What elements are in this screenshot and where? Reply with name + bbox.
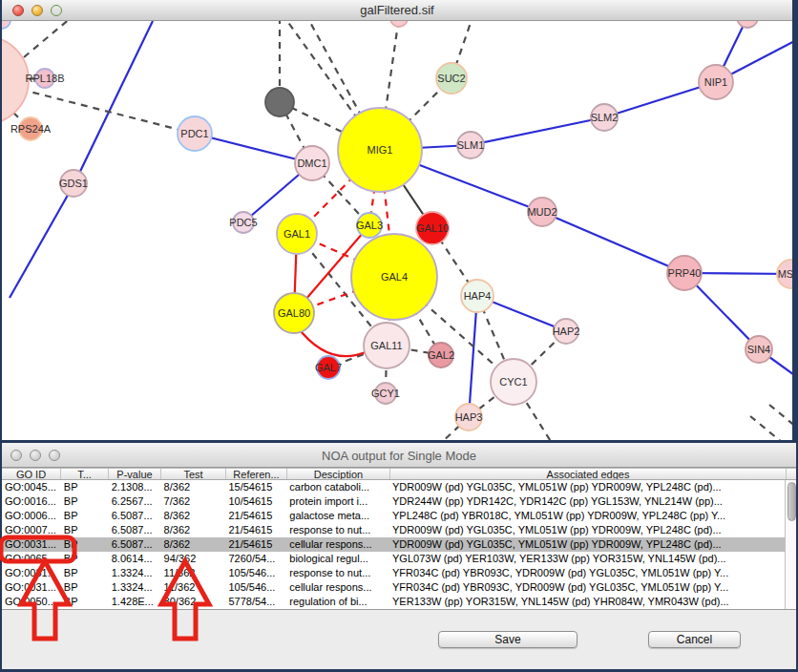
network-window-titlebar: galFiltered.sif: [2, 0, 792, 21]
node-label-RPL18B: RPL18B: [26, 73, 65, 84]
cell-t: BP: [61, 494, 109, 509]
node-label-PDC5: PDC5: [229, 217, 257, 228]
cell-p: 8.0614...: [109, 552, 161, 566]
network-edge-pd-43[interactable]: [750, 416, 783, 440]
cell-ref: 7260/54...: [225, 552, 286, 566]
table-row[interactable]: GO:0006...BP6.5087...8/36221/54615galact…: [2, 509, 785, 523]
cell-go: GO:0016...: [2, 494, 61, 509]
cell-test: 11/362: [161, 566, 226, 580]
network-edge-pd-17[interactable]: [24, 21, 72, 57]
network-node-nip-cut[interactable]: [737, 21, 758, 28]
cell-p: 6.5087...: [109, 509, 161, 523]
network-edge-pp-0[interactable]: [74, 21, 153, 183]
column-header-assoc[interactable]: Associated edges: [390, 469, 787, 479]
table-row[interactable]: GO:0031...BP1.3324...11/362105/546...res…: [2, 566, 785, 580]
table-row[interactable]: GO:0050...BP1.428E...80/3625778/54...reg…: [2, 595, 785, 609]
column-header-go[interactable]: GO ID: [2, 469, 61, 479]
cell-t: BP: [61, 523, 109, 537]
vertical-scrollbar[interactable]: [785, 480, 796, 609]
cell-ref: 5778/54...: [225, 595, 286, 609]
network-edge-pp-15[interactable]: [469, 296, 477, 417]
cell-t: BP: [61, 480, 109, 494]
cell-go: GO:0050...: [2, 595, 61, 609]
node-label-GAL1: GAL1: [284, 228, 310, 240]
cell-t: BP: [61, 552, 109, 566]
cell-desc: biological regul...: [286, 552, 389, 566]
table-row[interactable]: GO:0007...BP6.5087...8/36221/54615respon…: [2, 523, 785, 537]
network-canvas: RPL18BRPS24AGDS1PDC1MIG1SUC2SLM1SLM2NIP1…: [2, 21, 792, 440]
cell-desc: response to nut...: [286, 566, 389, 580]
network-edge-pd-42[interactable]: [769, 405, 792, 431]
table-row[interactable]: GO:0031...BP1.3324...11/362105/546...cel…: [2, 580, 785, 595]
cell-t: BP: [61, 537, 109, 552]
cell-desc: response to nut...: [286, 523, 389, 537]
cell-ref: 21/54615: [225, 537, 286, 552]
noa-window-title: NOA output for Single Mode: [2, 449, 796, 463]
save-button[interactable]: Save: [438, 631, 578, 648]
cell-ref: 105/546...: [225, 566, 286, 580]
node-label-MSL1: MSL1: [778, 268, 792, 280]
table-row[interactable]: GO:0065...BP8.0614...94/3627260/54...bio…: [2, 552, 785, 566]
scrollbar-thumb[interactable]: [788, 482, 796, 521]
node-label-SUC2: SUC2: [437, 73, 465, 84]
table-bottom-border: [2, 609, 796, 610]
results-table: GO:0045...BP2.1308...8/36215/54615carbon…: [2, 480, 785, 609]
noa-window-titlebar: NOA output for Single Mode: [2, 443, 796, 468]
cell-go: GO:0006...: [2, 509, 61, 523]
node-label-GAL2: GAL2: [428, 349, 454, 361]
cancel-button[interactable]: Cancel: [648, 631, 741, 648]
node-label-GAL3: GAL3: [356, 220, 383, 231]
node-label-SLM1: SLM1: [457, 139, 485, 151]
cell-test: 11/362: [161, 580, 226, 595]
cell-go: GO:0031...: [2, 580, 61, 595]
cell-ref: 10/54615: [225, 494, 286, 509]
node-label-GAL11: GAL11: [370, 340, 402, 351]
cell-test: 8/362: [161, 537, 226, 552]
cell-desc: protein import i...: [286, 494, 389, 509]
cell-assoc: YDR009W (pd) YGL035C, YML051W (pp) YDR00…: [389, 523, 785, 537]
cell-assoc: YFR034C (pd) YBR093C, YDR009W (pd) YGL03…: [389, 580, 785, 595]
node-label-HAP4: HAP4: [464, 290, 492, 302]
cell-t: BP: [61, 580, 109, 595]
network-node-corner-cut[interactable]: [2, 21, 10, 29]
table-row[interactable]: GO:0045...BP2.1308...8/36215/54615carbon…: [2, 480, 785, 494]
column-header-desc[interactable]: Desciption: [287, 469, 390, 479]
node-label-GDS1: GDS1: [59, 178, 88, 189]
cell-desc: carbon cataboli...: [286, 480, 389, 494]
cell-assoc: YDR244W (pp) YDR142C, YDR142C (pp) YGL15…: [389, 494, 785, 509]
node-label-PRP40: PRP40: [668, 267, 702, 279]
network-window-title: galFiltered.sif: [2, 3, 792, 17]
network-edge-pp-5[interactable]: [471, 117, 604, 145]
network-window: galFiltered.sif RPL18BRPS24AGDS1PDC1MIG1…: [2, 0, 792, 440]
cell-assoc: YFR034C (pd) YBR093C, YDR009W (pd) YGL03…: [389, 566, 785, 580]
cell-desc: regulation of bi...: [286, 595, 389, 609]
node-label-DMC1: DMC1: [297, 158, 326, 169]
network-edge-red-46[interactable]: [297, 326, 368, 356]
node-label-GAL10: GAL10: [416, 222, 449, 234]
cell-ref: 15/54615: [225, 480, 286, 494]
node-label-HAP3: HAP3: [455, 411, 483, 423]
table-row[interactable]: GO:0031...BP6.5087...8/36221/54615cellul…: [2, 537, 785, 552]
column-header-t[interactable]: T...: [61, 469, 109, 479]
network-edge-pp-2[interactable]: [195, 134, 312, 163]
network-node-top-cut[interactable]: [390, 21, 408, 27]
cell-p: 1.3324...: [109, 580, 161, 595]
cell-desc: galactose meta...: [286, 509, 389, 523]
network-edge-pp-1[interactable]: [10, 183, 74, 298]
cell-p: 6.5087...: [109, 537, 161, 552]
network-edge-pp-10[interactable]: [542, 212, 684, 273]
cell-go: GO:0031...: [2, 566, 61, 580]
node-label-GAL80: GAL80: [278, 307, 310, 319]
network-node-dark-node[interactable]: [265, 88, 294, 116]
table-header: GO IDT...P-valueTestReferen...Desciption…: [2, 468, 796, 480]
column-header-test[interactable]: Test: [161, 469, 226, 479]
column-header-p[interactable]: P-value: [109, 469, 161, 479]
cell-desc: cellular respons...: [286, 580, 389, 595]
cell-go: GO:0007...: [2, 523, 61, 537]
cell-test: 80/362: [161, 595, 226, 609]
column-header-ref[interactable]: Referen...: [226, 469, 287, 479]
table-row[interactable]: GO:0016...BP6.2567...7/36210/54615protei…: [2, 494, 785, 509]
cell-assoc: YER133W (pp) YOR315W, YNL145W (pd) YHR08…: [389, 595, 785, 609]
cell-ref: 105/546...: [225, 580, 286, 595]
cell-p: 1.428E...: [109, 595, 161, 609]
